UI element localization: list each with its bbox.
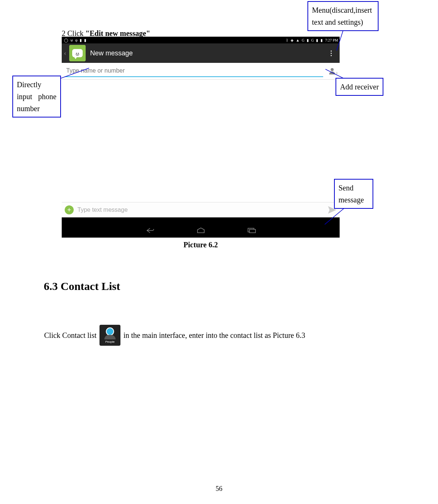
status-time: 7:27 PM [325, 38, 338, 42]
page-number: 56 [0, 485, 438, 493]
cellular-g-icon: G [311, 38, 314, 42]
people-icon-label: People [105, 340, 115, 343]
divider-bar [62, 217, 340, 223]
cellular-g-icon: G [302, 38, 304, 42]
messaging-app-icon[interactable] [69, 45, 86, 61]
message-input[interactable]: Type text message [77, 207, 324, 213]
body-text: Click Contact list People in the main in… [44, 325, 305, 346]
callout-menu-text: Menu(discard,insert text and settings) [312, 6, 372, 26]
status-bar: ◯ ⊎ ψ ▮ ▮ ᛒ ◈ ▲ G ▮ G ▮ ▮ 7:27 PM [62, 37, 340, 43]
instruction-prefix: 2 Click [62, 29, 85, 37]
figure-caption: Picture 6.2 [62, 241, 340, 249]
system-nav-bar [62, 223, 340, 238]
screenshot-new-message: ◯ ⊎ ψ ▮ ▮ ᛒ ◈ ▲ G ▮ G ▮ ▮ 7:27 PM ‹ New … [62, 37, 340, 238]
battery-icon: ▮ [321, 38, 323, 42]
signal-icon: ▲ [296, 38, 300, 42]
usb-icon: ⊎ [70, 38, 73, 42]
callout-input-number-text: Directly input phone number [17, 80, 56, 113]
bluetooth-icon: ᛒ [286, 38, 288, 42]
nav-back-button[interactable] [143, 227, 157, 234]
instruction-bold: "Edit new message" [85, 29, 150, 37]
signal-bars-icon: ▮ [316, 38, 318, 42]
callout-send-message: Send message [334, 179, 373, 209]
people-app-icon: People [99, 325, 120, 346]
add-contact-button[interactable]: + [328, 67, 337, 76]
wifi-icon: ◈ [291, 38, 294, 42]
status-bar-left-icons: ◯ ⊎ ψ ▮ ▮ [64, 38, 86, 42]
app-title: New message [90, 49, 133, 57]
usb-icon: ψ [75, 38, 77, 42]
svg-rect-5 [249, 229, 255, 233]
message-content-area: + + Type text message [62, 63, 340, 217]
nav-recent-button[interactable] [245, 227, 258, 234]
plus-icon: + [336, 71, 338, 76]
app-header: ‹ New message [62, 43, 340, 63]
overflow-menu-button[interactable] [325, 43, 337, 63]
person-icon [329, 68, 335, 74]
recipient-input[interactable] [65, 65, 323, 77]
signal-bars-icon: ▮ [307, 38, 309, 42]
body-before: Click Contact list [44, 331, 97, 340]
callout-send-message-text: Send message [339, 184, 364, 204]
callout-input-number: Directly input phone number [12, 76, 61, 117]
callout-menu: Menu(discard,insert text and settings) [307, 1, 379, 31]
recipient-row: + [62, 63, 340, 80]
section-heading: 6.3 Contact List [44, 280, 120, 293]
attach-button[interactable]: + [65, 205, 74, 214]
card-icon: ▮ [80, 38, 82, 42]
card-icon: ▮ [84, 38, 86, 42]
compose-row: + Type text message [62, 202, 340, 217]
back-button[interactable]: ‹ [62, 43, 68, 63]
callout-add-receiver: Add receiver [336, 78, 383, 96]
body-after: in the main interface, enter into the co… [123, 331, 305, 340]
nav-home-button[interactable] [194, 227, 208, 234]
callout-add-receiver-text: Add receiver [340, 83, 379, 91]
status-icon: ◯ [64, 38, 68, 42]
